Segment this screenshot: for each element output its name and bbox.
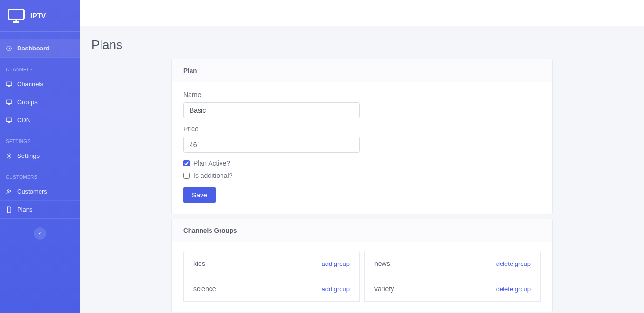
users-icon [6,188,12,195]
sidebar-item-customers[interactable]: Customers [0,183,80,201]
group-name: news [374,260,390,267]
add-group-link[interactable]: add group [322,260,350,267]
sidebar-heading-channels: CHANNELS [0,62,80,75]
main: Plans Plan Name Price Plan Active? [80,0,644,313]
group-row-science: science add group [183,276,360,302]
channels-groups-card: Channels Groups kids add group news dele… [171,219,553,312]
sidebar-item-label: Dashboard [17,45,50,52]
tv-icon [8,9,25,23]
sidebar-item-label: Channels [17,80,43,88]
plan-card: Plan Name Price Plan Active? [171,59,553,214]
plan-card-header: Plan [172,59,552,82]
group-name: variety [374,285,394,293]
group-name: science [193,285,216,293]
price-input[interactable] [183,137,360,153]
price-label: Price [183,125,360,133]
page-title: Plans [91,38,633,52]
sidebar-item-groups[interactable]: Groups [0,93,80,111]
sidebar-item-cdn[interactable]: CDN [0,111,80,129]
sidebar-item-label: Customers [17,188,47,195]
plan-active-row[interactable]: Plan Active? [183,159,541,167]
add-group-link[interactable]: add group [322,285,350,293]
gear-icon [6,153,12,159]
sidebar-item-dashboard[interactable]: Dashboard [0,39,80,57]
chevron-left-icon [38,231,42,236]
is-additional-label: Is additional? [193,172,233,179]
svg-rect-4 [6,82,12,85]
group-row-kids: kids add group [183,251,360,276]
content: Plans Plan Name Price Plan Active? [80,26,644,313]
sidebar: IPTV Dashboard CHANNELS Channels Groups [0,0,80,313]
group-row-news: news delete group [364,251,541,276]
name-input[interactable] [183,102,360,118]
sidebar-heading-customers: CUSTOMERS [0,170,80,183]
group-row-variety: variety delete group [364,276,541,302]
sidebar-heading-settings: SETTINGS [0,134,80,147]
svg-rect-6 [6,100,12,103]
brand-text: IPTV [30,12,46,20]
dashboard-icon [6,45,12,52]
svg-point-12 [10,190,11,191]
sidebar-brand: IPTV [0,0,80,32]
is-additional-row[interactable]: Is additional? [183,172,541,179]
delete-group-link[interactable]: delete group [496,285,531,293]
name-label: Name [183,91,360,98]
delete-group-link[interactable]: delete group [496,260,531,267]
is-additional-checkbox[interactable] [183,173,190,179]
sidebar-item-label: Plans [17,206,33,213]
monitor-icon [6,81,12,88]
sidebar-item-label: CDN [17,117,30,124]
sidebar-item-label: Settings [17,152,40,159]
sidebar-item-label: Groups [17,98,38,106]
file-icon [6,206,12,213]
svg-rect-0 [9,10,24,20]
svg-point-11 [8,189,10,191]
save-button[interactable]: Save [183,187,216,203]
group-name: kids [193,260,205,267]
monitor-icon [6,117,12,124]
sidebar-item-plans[interactable]: Plans [0,201,80,218]
topbar [80,0,644,26]
channels-groups-header: Channels Groups [172,219,552,242]
plan-active-label: Plan Active? [193,159,230,167]
sidebar-nav: Dashboard CHANNELS Channels Groups CDN S… [0,32,80,240]
sidebar-collapse-button[interactable] [34,227,46,240]
monitor-icon [6,99,12,106]
svg-point-10 [8,155,10,157]
plan-active-checkbox[interactable] [183,160,190,166]
sidebar-item-settings[interactable]: Settings [0,147,80,165]
sidebar-item-channels[interactable]: Channels [0,75,80,93]
svg-rect-8 [6,118,12,121]
